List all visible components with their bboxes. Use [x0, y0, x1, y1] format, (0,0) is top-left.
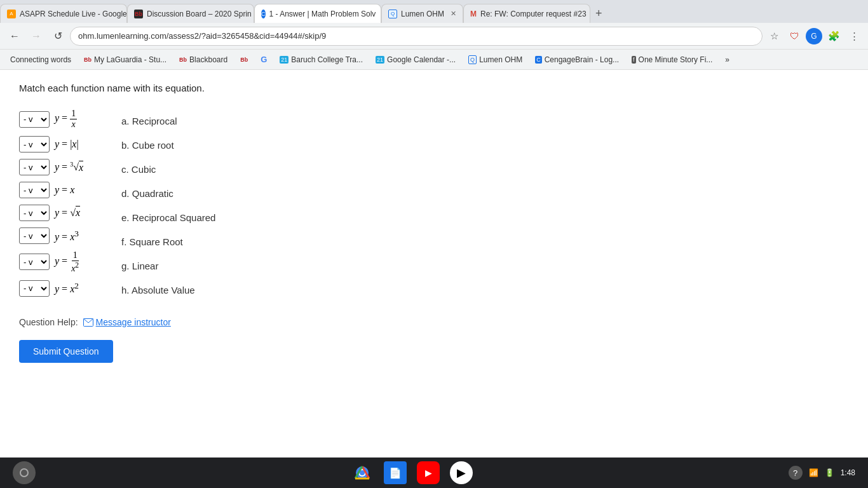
tab-lumen-close[interactable]: ✕ — [451, 10, 456, 18]
bookmark-star-button[interactable]: ☆ — [765, 27, 783, 45]
question-mark-icon: ? — [789, 466, 803, 480]
matching-container: - vabc defgh y = 1 x - vabc — [19, 109, 849, 298]
answers-list: a. Reciprocal b. Cube root c. Cubic d. Q… — [121, 114, 215, 298]
question-help: Question Help: Message instructor — [19, 317, 849, 327]
equation-6: y = x3 — [55, 229, 79, 243]
bookmark-connecting[interactable]: Connecting words — [5, 53, 76, 66]
address-bar[interactable] — [70, 27, 763, 46]
answer-d: d. Quadratic — [121, 186, 215, 201]
toolbar-icons: ☆ 🛡 G 🧩 ⋮ — [765, 27, 863, 45]
menu-button[interactable]: ⋮ — [845, 27, 863, 45]
dropdown-2[interactable]: - vabc defgh — [19, 136, 50, 152]
bookmark-google[interactable]: G — [255, 53, 272, 66]
answer-h: h. Absolute Value — [121, 283, 215, 298]
equation-4: y = x — [55, 184, 74, 196]
new-tab-button[interactable]: + — [590, 4, 607, 23]
tabs-bar: A ASAPR Schedule Live - Google D ✕ Bb Di… — [0, 0, 868, 23]
taskbar-docs-icon[interactable]: 📄 — [384, 461, 407, 484]
submit-question-button[interactable]: Submit Question — [19, 340, 113, 363]
account-button[interactable]: G — [806, 28, 822, 44]
bb-icon-favicon: Bb — [240, 57, 248, 63]
equation-row-3: - vabc defgh y = 3√x — [19, 159, 83, 175]
bookmark-one-minute[interactable]: f One Minute Story Fi... — [627, 53, 717, 66]
dropdown-1[interactable]: - vabc defgh — [19, 111, 50, 128]
tab-lumen[interactable]: Q Lumen OHM ✕ — [381, 4, 463, 23]
answer-a: a. Reciprocal — [121, 114, 215, 129]
bookmark-laguardia[interactable]: Bb My LaGuardia - Stu... — [79, 53, 172, 66]
bookmark-blackboard-label: Blackboard — [189, 55, 227, 64]
lumen-favicon-bm: Q — [468, 55, 477, 64]
equation-row-5: - vabc defgh y = √x — [19, 205, 83, 221]
bookmark-blackboard[interactable]: Bb Blackboard — [174, 53, 233, 66]
bookmark-baruch-label: Baruch College Tra... — [291, 55, 363, 64]
battery-icon: 🔋 — [825, 468, 834, 477]
equation-7: y = 1 x2 — [55, 250, 80, 274]
bookmark-more[interactable]: » — [720, 53, 735, 66]
cengage-favicon: C — [535, 56, 542, 64]
bookmark-baruch[interactable]: 21 Baruch College Tra... — [275, 53, 368, 66]
taskbar-power-icon[interactable] — [13, 461, 36, 484]
page-content: Match each function name with its equati… — [0, 70, 868, 458]
message-instructor-link[interactable]: Message instructor — [83, 317, 171, 327]
dropdown-8[interactable]: - vabc defgh — [19, 280, 50, 297]
tab-gmail-label: Re: FW: Computer request #23 — [480, 10, 587, 18]
extensions-button[interactable]: 🛡 — [785, 27, 803, 45]
equation-2: y = |x| — [55, 139, 79, 150]
browser-frame: A ASAPR Schedule Live - Google D ✕ Bb Di… — [0, 0, 868, 488]
bookmark-bb-icon[interactable]: Bb — [235, 55, 253, 65]
equation-row-8: - vabc defgh y = x2 — [19, 280, 83, 297]
equation-row-6: - vabc defgh y = x3 — [19, 227, 83, 244]
tab-discussion[interactable]: Bb Discussion Board – 2020 Sprin ✕ — [127, 4, 254, 23]
answer-f: f. Square Root — [121, 234, 215, 250]
tab-math-label: 1 - Answer | Math Problem Solv — [269, 10, 376, 18]
back-button[interactable]: ← — [5, 27, 24, 46]
equation-row-4: - vabc defgh y = x — [19, 182, 83, 198]
answer-g: g. Linear — [121, 259, 215, 274]
bookmark-cengage[interactable]: C CengageBrain - Log... — [530, 53, 624, 66]
envelope-icon — [83, 318, 93, 327]
bookmark-calendar-label: Google Calendar -... — [387, 55, 456, 64]
tab-math[interactable]: C 1 - Answer | Math Problem Solv ✕ — [254, 4, 381, 23]
equation-1: y = 1 x — [55, 109, 77, 130]
bb-favicon-2: Bb — [134, 10, 143, 18]
taskbar-right: ? 📶 🔋 1:48 — [789, 466, 855, 480]
tab-asapr[interactable]: A ASAPR Schedule Live - Google D ✕ — [0, 4, 127, 23]
lumen-favicon: Q — [388, 10, 397, 18]
google-favicon-bm: G — [261, 55, 267, 64]
bookmark-laguardia-label: My LaGuardia - Stu... — [94, 55, 166, 64]
equation-8: y = x2 — [55, 281, 79, 295]
bookmark-lumen-ohm[interactable]: Q Lumen OHM — [463, 53, 527, 66]
bookmark-calendar[interactable]: 21 Google Calendar -... — [370, 53, 461, 66]
bb-favicon-bm: Bb — [179, 57, 187, 63]
equation-row-1: - vabc defgh y = 1 x — [19, 109, 83, 130]
puzzle-button[interactable]: 🧩 — [825, 27, 843, 45]
help-label: Question Help: — [19, 317, 78, 327]
dropdown-7[interactable]: - vabc defgh — [19, 254, 50, 270]
dropdown-4[interactable]: - vabc defgh — [19, 182, 50, 198]
calendar-favicon: 21 — [376, 56, 384, 64]
dropdown-6[interactable]: - vabc defgh — [19, 227, 50, 244]
bookmarks-bar: Connecting words Bb My LaGuardia - Stu..… — [0, 50, 868, 70]
tab-gmail[interactable]: M Re: FW: Computer request #23 ✕ — [463, 4, 590, 23]
equations-list: - vabc defgh y = 1 x - vabc — [19, 109, 83, 298]
answer-b: b. Cube root — [121, 138, 215, 153]
dropdown-5[interactable]: - vabc defgh — [19, 205, 50, 221]
bookmark-lumen-label: Lumen OHM — [479, 55, 522, 64]
forward-button[interactable]: → — [27, 27, 46, 46]
bookmark-one-minute-label: One Minute Story Fi... — [639, 55, 713, 64]
taskbar-center: 📄 ▶ ▶ — [351, 461, 473, 484]
toolbar: ← → ↺ ☆ 🛡 G 🧩 ⋮ — [0, 23, 868, 50]
dropdown-3[interactable]: - vabc defgh — [19, 159, 50, 175]
tab-discussion-label: Discussion Board – 2020 Sprin — [147, 10, 252, 18]
laguardia-favicon: Bb — [84, 57, 92, 63]
reload-button[interactable]: ↺ — [48, 27, 67, 46]
taskbar-youtube-icon[interactable]: ▶ — [417, 461, 440, 484]
tab-lumen-label: Lumen OHM — [401, 10, 444, 18]
equation-3: y = 3√x — [55, 161, 83, 173]
answer-e: e. Reciprocal Squared — [121, 210, 215, 226]
wifi-icon: 📶 — [809, 468, 818, 477]
equation-row-7: - vabc defgh y = 1 x2 — [19, 250, 83, 274]
taskbar-playstore-icon[interactable]: ▶ — [450, 461, 473, 484]
asapr-favicon: A — [7, 10, 16, 18]
taskbar-chrome-icon[interactable] — [351, 461, 374, 484]
